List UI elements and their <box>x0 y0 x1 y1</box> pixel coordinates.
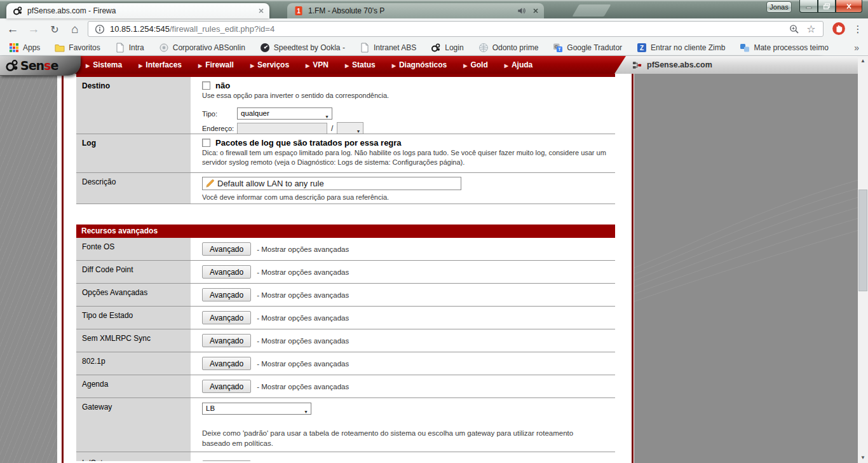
bookmark-item[interactable]: Corporativo ABSonlin <box>159 43 245 53</box>
window-minimize-button[interactable] <box>799 0 818 13</box>
tab-close-icon[interactable] <box>257 6 266 15</box>
nav-item-sistema[interactable]: ▶Sistema <box>78 60 130 69</box>
advanced-button[interactable]: Avançado <box>202 380 251 393</box>
adblock-extension-icon[interactable] <box>832 22 846 36</box>
bookmark-item[interactable]: Intranet ABS <box>360 43 416 53</box>
advanced-row-controls: Avançado- Mostrar opções avançadas <box>191 329 615 352</box>
menu-arrow-icon: ▶ <box>345 63 349 69</box>
tab-close-icon[interactable] <box>531 6 540 15</box>
nav-item-servi-os[interactable]: ▶Serviços <box>242 60 297 69</box>
advanced-row: AgendaAvançado- Mostrar opções avançadas <box>76 375 615 398</box>
bookmark-item[interactable]: Odonto prime <box>478 43 539 53</box>
bookmark-item[interactable]: Login <box>431 43 463 53</box>
destination-type-select[interactable]: qualquer ▼ <box>237 107 332 120</box>
advanced-row: Sem XMLRPC SyncAvançado- Mostrar opções … <box>76 329 615 352</box>
window-close-button[interactable] <box>836 0 862 13</box>
restore-icon <box>823 3 831 10</box>
browser-menu-button[interactable]: ⋮ <box>851 21 864 38</box>
advanced-row-controls: Avançado- Mostrar opções avançadas <box>191 261 615 283</box>
advanced-button[interactable]: Avançado <box>202 242 251 256</box>
bookmark-item[interactable]: Speedtest by Ookla - <box>260 43 345 53</box>
log-controls: Pacotes de log que são tratados por essa… <box>191 134 615 172</box>
nav-item-ajuda[interactable]: ▶Ajuda <box>496 60 541 69</box>
description-controls: Default allow LAN to any rule Você deve … <box>191 173 615 204</box>
abs-site-icon <box>159 43 169 53</box>
reload-button[interactable]: ↻ <box>46 21 63 38</box>
browser-tab[interactable]: pfSense.abs.com - Firewa <box>6 3 269 18</box>
description-row: Descrição Default allow LAN to any rule … <box>76 173 615 204</box>
url-text[interactable]: 10.85.1.254:545/firewall_rules_edit.php?… <box>110 24 275 34</box>
advanced-row: Opções AvançadasAvançado- Mostrar opções… <box>76 284 615 307</box>
browser-tab[interactable]: 11.FM - Absolute 70's P <box>287 3 544 18</box>
back-button[interactable]: ← <box>4 21 21 38</box>
bookmark-item[interactable]: Mate processos teimo <box>740 43 828 53</box>
chevron-down-icon: ▼ <box>356 126 360 134</box>
vertical-scrollbar[interactable]: ▲ ▼ <box>858 56 868 463</box>
nav-item-interfaces[interactable]: ▶Interfaces <box>130 60 190 69</box>
inout-advanced-button[interactable]: Avançado <box>202 460 251 461</box>
scrollbar-thumb[interactable] <box>858 190 867 291</box>
advanced-button[interactable]: Avançado <box>202 334 251 347</box>
info-icon[interactable] <box>95 24 105 34</box>
bookmark-label: Speedtest by Ookla - <box>274 43 345 52</box>
destination-not-label: não <box>215 81 230 90</box>
bookmark-item[interactable]: Intra <box>115 43 144 53</box>
profile-button[interactable]: Jonas <box>766 1 792 13</box>
scroll-down-button[interactable]: ▼ <box>858 453 868 463</box>
bookmarks-overflow-chevron[interactable]: » <box>854 43 859 53</box>
advanced-row: Fonte OSAvançado- Mostrar opções avançad… <box>76 238 615 261</box>
tab-strip: pfSense.abs.com - Firewa11.FM - Absolute… <box>0 0 868 18</box>
menu-arrow-icon: ▶ <box>139 63 142 69</box>
bookmark-item[interactable]: Favoritos <box>55 43 100 53</box>
address-label: Endereço: <box>202 125 237 132</box>
bookmark-label: Mate processos teimo <box>754 43 828 52</box>
nav-item-label: Firewall <box>205 60 234 69</box>
destination-not-checkbox[interactable] <box>202 81 210 90</box>
svg-text:Z: Z <box>640 45 644 52</box>
nav-item-label: VPN <box>313 60 329 69</box>
browser-window: pfSense.abs.com - Firewa11.FM - Absolute… <box>0 0 868 463</box>
pfsense-logo[interactable]: Sense <box>0 56 81 76</box>
advanced-button[interactable]: Avançado <box>202 288 251 301</box>
bookmark-label: Corporativo ABSonlin <box>173 43 245 52</box>
nav-item-gold[interactable]: ▶Gold <box>455 60 496 69</box>
nav-item-status[interactable]: ▶Status <box>337 60 384 69</box>
menu-arrow-icon: ▶ <box>306 63 309 69</box>
advanced-button[interactable]: Avançado <box>202 311 251 324</box>
minimize-icon <box>805 3 813 10</box>
left-background-stripes <box>0 74 62 463</box>
gateway-select[interactable]: LB ▼ <box>202 403 311 415</box>
forward-button[interactable]: → <box>25 21 42 38</box>
firewall-host-icon <box>632 60 642 70</box>
description-input[interactable]: Default allow LAN to any rule <box>202 177 461 190</box>
scroll-up-button[interactable]: ▲ <box>858 56 868 66</box>
nav-item-diagn-sticos[interactable]: ▶Diagnósticos <box>384 60 456 69</box>
destination-mask-select[interactable]: ▼ <box>337 122 363 134</box>
log-checkbox[interactable] <box>202 139 210 147</box>
advanced-row-label: Opções Avançadas <box>76 284 191 306</box>
firewall-rule-form: Destino não Use essa opção para inverter… <box>76 74 615 461</box>
advanced-rows: Fonte OSAvançado- Mostrar opções avançad… <box>76 238 615 398</box>
destination-address-input[interactable] <box>237 123 327 134</box>
bookmark-item[interactable]: ZEntrar no cliente Zimb <box>637 43 725 53</box>
window-maximize-button[interactable] <box>818 0 836 13</box>
zoom-page-icon[interactable] <box>789 24 799 34</box>
bookmark-star-icon[interactable]: ☆ <box>806 24 817 34</box>
bookmark-label: Login <box>445 43 463 52</box>
advanced-button[interactable]: Avançado <box>202 357 251 370</box>
speaker-icon <box>517 6 526 15</box>
menu-arrow-icon: ▶ <box>463 63 467 69</box>
pfsense-logo-icon <box>5 59 19 73</box>
advanced-button[interactable]: Avançado <box>202 265 251 279</box>
bookmark-label: Apps <box>23 43 40 52</box>
menu-arrow-icon: ▶ <box>86 63 90 69</box>
new-tab-button[interactable] <box>573 4 611 17</box>
bookmark-item[interactable]: Apps <box>9 43 40 53</box>
nav-item-firewall[interactable]: ▶Firewall <box>190 60 242 69</box>
gauge-icon <box>260 43 270 53</box>
chevron-down-icon: ▼ <box>304 406 308 417</box>
home-button[interactable]: ⌂ <box>67 21 83 38</box>
address-bar[interactable]: 10.85.1.254:545/firewall_rules_edit.php?… <box>88 21 824 37</box>
bookmark-item[interactable]: GTGoogle Tradutor <box>553 43 622 53</box>
nav-item-vpn[interactable]: ▶VPN <box>297 60 337 69</box>
